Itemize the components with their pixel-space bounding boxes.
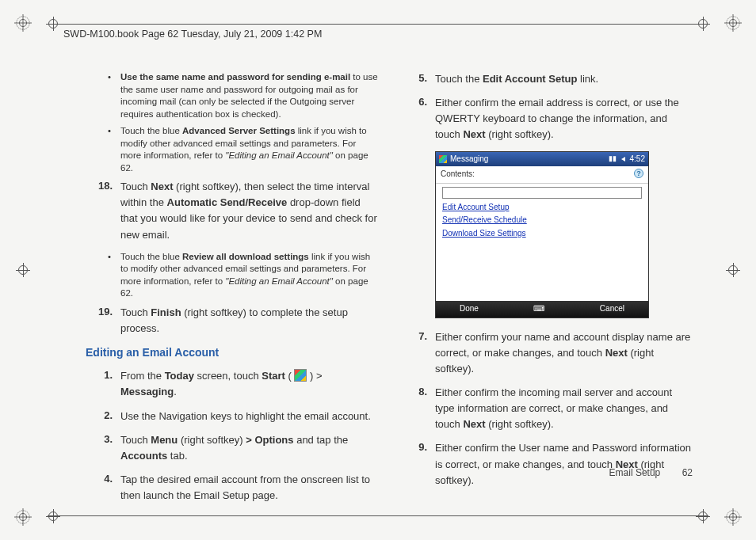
windows-start-icon [294, 369, 307, 382]
step-number: 2. [95, 409, 113, 424]
registration-mark-icon [724, 508, 742, 526]
page-content: Use the same name and password for sendi… [95, 71, 693, 485]
step-number: 5. [410, 71, 427, 87]
registration-mark-icon [14, 508, 32, 526]
keyboard-icon: ⌨ [533, 303, 544, 315]
crop-line [48, 24, 708, 25]
signal-icon: ▮▮ [609, 154, 617, 164]
step-6: 6. Either confirm the email address is c… [410, 95, 693, 143]
crop-mark-icon [46, 509, 60, 523]
step-body: Either confirm the incoming mail server … [435, 385, 693, 432]
screenshot-time: 4:52 [630, 154, 645, 165]
screenshot-link-download: Download Size Settings [442, 228, 642, 240]
crop-mark-icon [696, 17, 710, 31]
step-number: 3. [95, 432, 113, 464]
left-column: Use the same name and password for sendi… [95, 71, 378, 485]
device-screenshot: Messaging ▮▮ 4:52 Contents: ? Edit Accou… [435, 151, 649, 318]
screenshot-body: Edit Account Setup Send/Receive Schedule… [436, 184, 648, 302]
step-number: 18. [95, 179, 113, 243]
step-body: Use the Navigation keys to highlight the… [120, 409, 378, 424]
bullet-ref: "Editing an Email Account" [225, 276, 333, 286]
bullet-bold: Review all download settings [182, 252, 309, 261]
softkey-done: Done [460, 303, 479, 315]
screenshot-link-edit: Edit Account Setup [442, 202, 642, 214]
crop-mark-icon [46, 17, 60, 31]
registration-mark-icon [724, 14, 742, 32]
step-18: 18. Touch Next (right softkey), then sel… [95, 179, 378, 243]
right-column: 5. Touch the Edit Account Setup link. 6.… [410, 71, 693, 485]
step-body: Touch the Edit Account Setup link. [435, 71, 693, 87]
step-7: 7. Either confirm your name and account … [410, 329, 693, 377]
footer-page-number: 62 [682, 467, 693, 478]
help-icon: ? [634, 169, 643, 178]
crop-mark-icon [726, 263, 740, 277]
screenshot-title: Messaging [450, 154, 488, 165]
contents-label: Contents: [441, 169, 475, 181]
bullet-ref: "Editing an Email Account" [225, 150, 333, 160]
screenshot-softkey-bar: Done ⌨ Cancel [436, 301, 648, 318]
step-3: 3. Touch Menu (right softkey) > Options … [95, 432, 378, 464]
step-2: 2. Use the Navigation keys to highlight … [95, 409, 378, 424]
step-body: From the Today screen, touch Start ( ) >… [120, 368, 378, 400]
crop-mark-icon [696, 509, 710, 523]
step-number: 9. [410, 440, 427, 488]
step-number: 7. [410, 329, 427, 377]
bullet-item: Touch the blue Advanced Server Settings … [113, 125, 378, 174]
section-heading: Editing an Email Account [86, 344, 378, 360]
windows-start-icon [439, 155, 447, 163]
step-8: 8. Either confirm the incoming mail serv… [410, 385, 693, 432]
step-1: 1. From the Today screen, touch Start ( … [95, 368, 378, 400]
step-number: 4. [95, 472, 113, 504]
bullet-text: Touch the blue [120, 252, 182, 261]
screenshot-titlebar: Messaging ▮▮ 4:52 [436, 152, 648, 167]
step-9: 9. Either confirm the User name and Pass… [410, 440, 693, 488]
bullet-bold: Advanced Server Settings [182, 126, 296, 135]
step-number: 8. [410, 385, 427, 432]
crop-line [48, 515, 708, 516]
registration-mark-icon [14, 14, 32, 32]
speaker-icon [621, 157, 625, 162]
running-header: SWD-M100.book Page 62 Tuesday, July 21, … [63, 29, 322, 40]
step-body: Either confirm the email address is corr… [435, 95, 693, 143]
step-number: 19. [95, 305, 113, 337]
step-4: 4. Tap the desired email account from th… [95, 472, 378, 504]
bullet-item: Use the same name and password for sendi… [113, 71, 378, 120]
step-body: Tap the desired email account from the o… [120, 472, 378, 504]
step-body: Touch Menu (right softkey) > Options and… [120, 432, 378, 464]
screenshot-link-schedule: Send/Receive Schedule [442, 215, 642, 226]
bullet-item: Touch the blue Review all download setti… [113, 251, 378, 300]
screenshot-input [442, 187, 642, 199]
step-number: 6. [410, 95, 427, 143]
footer-section: Email Setup [609, 467, 661, 478]
bullet-lead: Use the same name and password for sendi… [120, 72, 350, 82]
step-body: Touch Finish (right softkey) to complete… [120, 305, 378, 337]
step-body: Either confirm the User name and Passwor… [435, 440, 693, 488]
crop-mark-icon [16, 263, 30, 277]
step-body: Either confirm your name and account dis… [435, 329, 693, 377]
screenshot-contents-row: Contents: ? [436, 166, 648, 184]
step-number: 1. [95, 368, 113, 400]
softkey-cancel: Cancel [600, 303, 624, 315]
step-5: 5. Touch the Edit Account Setup link. [410, 71, 693, 87]
step-19: 19. Touch Finish (right softkey) to comp… [95, 305, 378, 337]
step-body: Touch Next (right softkey), then select … [120, 179, 378, 243]
bullet-text: Touch the blue [120, 126, 182, 135]
page-footer: Email Setup 62 [609, 467, 693, 478]
